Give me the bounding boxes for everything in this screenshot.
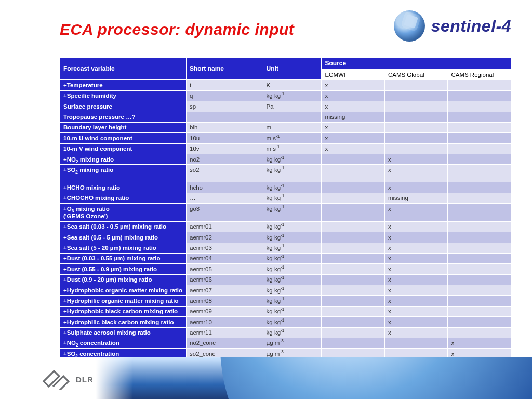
cell-shortname: t [187, 80, 263, 90]
cell-variable: +Sea salt (5 - 20 µm) mixing ratio [60, 243, 187, 253]
cell-unit: kg kg-1 [263, 306, 322, 316]
cell-unit: kg kg-1 [263, 285, 322, 296]
cell-cams-global: x [384, 232, 448, 243]
cell-unit: m [263, 122, 322, 132]
table-row: +SO2 mixing ratioso2kg kg-1x [60, 165, 511, 182]
table-row: +Sulphate aerosol mixing ratioaermr11kg … [60, 327, 511, 338]
cell-shortname: aermr11 [187, 327, 263, 338]
cell-ecmwf [322, 253, 385, 263]
cell-cams-global: x [384, 253, 448, 263]
cell-ecmwf [322, 285, 385, 296]
table-row: +Specific humidityqkg kg-1x [60, 90, 511, 101]
cell-cams-global: x [384, 317, 448, 327]
cell-variable: +Dust (0.55 - 0.9 µm) mixing ratio [60, 264, 187, 274]
table-row: +Hydrophobic black carbon mixing ratioae… [60, 306, 511, 316]
cell-ecmwf: x [322, 101, 385, 112]
table-row: +Dust (0.9 - 20 µm) mixing ratioaermr06k… [60, 274, 511, 285]
cell-ecmwf: x [322, 80, 385, 90]
cell-variable: +Sulphate aerosol mixing ratio [60, 327, 187, 338]
cell-cams-regional [448, 327, 511, 338]
table-row: +Hydrophilic organic matter mixing ratio… [60, 296, 511, 306]
cell-shortname: aermr03 [187, 243, 263, 253]
th-ecmwf: ECMWF [322, 70, 385, 80]
cell-cams-global: x [384, 285, 448, 296]
dlr-logo: DLR [42, 369, 94, 390]
cell-unit: kg kg-1 [263, 317, 322, 327]
cell-variable: +Hydrophilic organic matter mixing ratio [60, 296, 187, 306]
cell-cams-global: x [384, 154, 448, 165]
cell-variable: +CHOCHO mixing ratio [60, 193, 187, 203]
table-row: +NO2 concentrationno2_concµg m-3x [60, 338, 511, 348]
cell-cams-regional [448, 232, 511, 243]
cell-cams-global: x [384, 296, 448, 306]
cell-cams-regional [448, 122, 511, 132]
cell-cams-regional [448, 306, 511, 316]
cell-variable: +Temperature [60, 80, 187, 90]
cell-cams-global: x [384, 274, 448, 285]
table-row: +Hydrophobic organic matter mixing ratio… [60, 285, 511, 296]
cell-shortname: aermr07 [187, 285, 263, 296]
cell-cams-global [384, 143, 448, 154]
table-row: 10-m U wind component10um s-1x [60, 133, 511, 143]
cell-cams-regional [448, 133, 511, 143]
dlr-icon [42, 369, 71, 390]
cell-cams-regional [448, 204, 511, 222]
cell-unit: m s-1 [263, 133, 322, 143]
cell-shortname: aermr05 [187, 264, 263, 274]
cell-cams-regional [448, 182, 511, 193]
table-row: Boundary layer heightblhmx [60, 122, 511, 132]
cell-cams-regional [448, 165, 511, 182]
page-title: ECA processor: dynamic input [60, 21, 294, 38]
cell-ecmwf [322, 182, 385, 193]
cell-unit: K [263, 80, 322, 90]
cell-cams-regional [448, 154, 511, 165]
cell-variable: +Sea salt (0.03 - 0.5 µm) mixing ratio [60, 221, 187, 232]
cell-ecmwf [322, 232, 385, 243]
cell-variable: +SO2 mixing ratio [60, 165, 187, 182]
cell-cams-global: x [384, 243, 448, 253]
table-row: +Sea salt (5 - 20 µm) mixing ratioaermr0… [60, 243, 511, 253]
cell-cams-regional [448, 80, 511, 90]
cell-shortname: blh [187, 122, 263, 132]
cell-ecmwf [322, 317, 385, 327]
cell-cams-regional [448, 193, 511, 203]
cell-cams-regional [448, 296, 511, 306]
table-row: Surface pressurespPax [60, 101, 511, 112]
cell-variable: +O3 mixing ratio('GEMS Ozone') [60, 204, 187, 222]
cell-unit: kg kg-1 [263, 221, 322, 232]
cell-ecmwf [322, 193, 385, 203]
table-row: Tropopause pressure …?missing [60, 112, 511, 122]
cell-cams-regional [448, 253, 511, 263]
cell-unit: kg kg-1 [263, 90, 322, 101]
cell-shortname: no2 [187, 154, 263, 165]
cell-cams-regional [448, 221, 511, 232]
cell-cams-global [384, 80, 448, 90]
cell-ecmwf [322, 204, 385, 222]
cell-variable: +Specific humidity [60, 90, 187, 101]
cell-unit: m s-1 [263, 143, 322, 154]
cell-variable: +NO2 mixing ratio [60, 154, 187, 165]
cell-variable: +Hydrophobic black carbon mixing ratio [60, 306, 187, 316]
table-row: +Sea salt (0.5 - 5 µm) mixing ratioaermr… [60, 232, 511, 243]
cell-ecmwf [322, 154, 385, 165]
table-row: +HCHO mixing ratiohchokg kg-1x [60, 182, 511, 193]
cell-cams-regional [448, 143, 511, 154]
cell-cams-global: x [384, 306, 448, 316]
th-unit: Unit [263, 58, 322, 80]
cell-shortname: aermr08 [187, 296, 263, 306]
cell-ecmwf [322, 327, 385, 338]
cell-shortname: aermr06 [187, 274, 263, 285]
cell-cams-regional [448, 243, 511, 253]
cell-cams-regional [448, 274, 511, 285]
th-shortname: Short name [187, 58, 263, 80]
cell-variable: 10-m V wind component [60, 143, 187, 154]
cell-unit: kg kg-1 [263, 193, 322, 203]
cell-ecmwf: x [322, 90, 385, 101]
cell-ecmwf [322, 243, 385, 253]
cell-shortname: aermr04 [187, 253, 263, 263]
table-row: +Dust (0.03 - 0.55 µm) mixing ratioaermr… [60, 253, 511, 263]
cell-ecmwf [322, 221, 385, 232]
cell-unit: kg kg-1 [263, 243, 322, 253]
cell-unit: kg kg-1 [263, 264, 322, 274]
cell-cams-regional [448, 112, 511, 122]
